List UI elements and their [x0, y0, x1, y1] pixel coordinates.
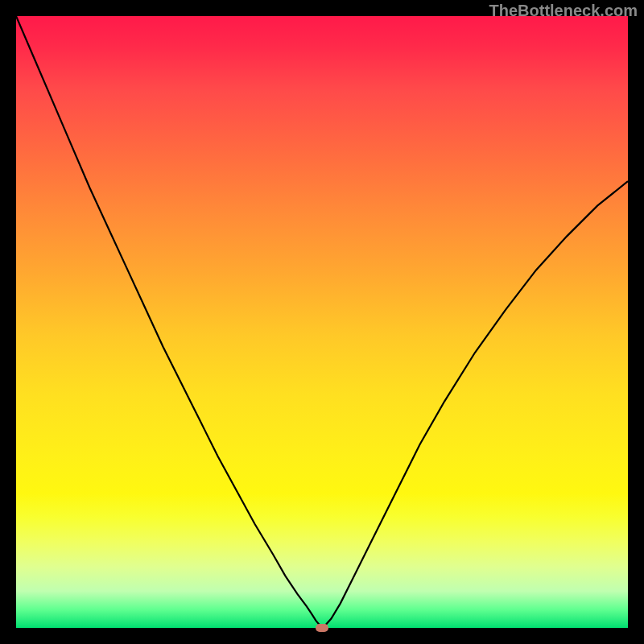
optimum-marker: [316, 624, 328, 632]
plot-area: [16, 16, 628, 628]
chart-svg: [16, 16, 628, 628]
chart-container: TheBottleneck.com: [0, 0, 644, 644]
watermark-text: TheBottleneck.com: [489, 2, 638, 20]
bottleneck-curve: [16, 16, 628, 626]
